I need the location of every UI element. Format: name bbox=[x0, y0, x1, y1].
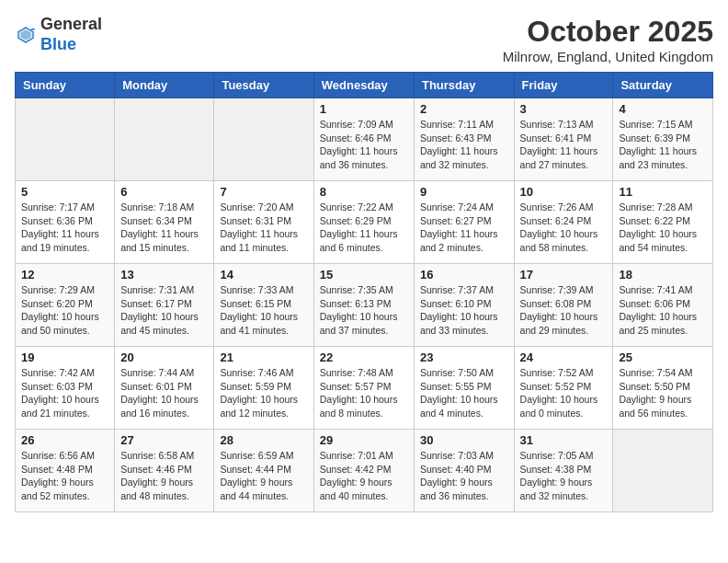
day-number: 3 bbox=[520, 102, 608, 116]
calendar-cell: 21Sunrise: 7:46 AM Sunset: 5:59 PM Dayli… bbox=[214, 347, 313, 430]
calendar-day-header: Wednesday bbox=[313, 73, 414, 98]
day-info: Sunrise: 7:03 AM Sunset: 4:40 PM Dayligh… bbox=[420, 449, 508, 503]
day-info: Sunrise: 7:28 AM Sunset: 6:22 PM Dayligh… bbox=[619, 201, 707, 255]
day-number: 8 bbox=[320, 185, 408, 199]
calendar-week-row: 1Sunrise: 7:09 AM Sunset: 6:46 PM Daylig… bbox=[16, 98, 713, 181]
calendar-cell: 2Sunrise: 7:11 AM Sunset: 6:43 PM Daylig… bbox=[414, 98, 514, 181]
day-info: Sunrise: 7:26 AM Sunset: 6:24 PM Dayligh… bbox=[520, 201, 608, 255]
day-info: Sunrise: 7:20 AM Sunset: 6:31 PM Dayligh… bbox=[220, 201, 307, 255]
month-title: October 2025 bbox=[503, 15, 713, 49]
day-info: Sunrise: 7:42 AM Sunset: 6:03 PM Dayligh… bbox=[21, 366, 108, 420]
day-info: Sunrise: 7:31 AM Sunset: 6:17 PM Dayligh… bbox=[120, 283, 208, 338]
day-info: Sunrise: 7:22 AM Sunset: 6:29 PM Dayligh… bbox=[320, 201, 408, 255]
calendar-cell: 11Sunrise: 7:28 AM Sunset: 6:22 PM Dayli… bbox=[613, 181, 713, 264]
day-number: 21 bbox=[220, 350, 307, 364]
day-number: 7 bbox=[220, 185, 307, 199]
calendar-day-header: Thursday bbox=[414, 73, 514, 98]
day-info: Sunrise: 7:46 AM Sunset: 5:59 PM Dayligh… bbox=[220, 366, 307, 420]
calendar-cell bbox=[115, 98, 214, 181]
day-info: Sunrise: 6:56 AM Sunset: 4:48 PM Dayligh… bbox=[21, 449, 108, 503]
day-number: 24 bbox=[520, 350, 608, 364]
calendar-week-row: 26Sunrise: 6:56 AM Sunset: 4:48 PM Dayli… bbox=[16, 430, 713, 512]
day-info: Sunrise: 7:11 AM Sunset: 6:43 PM Dayligh… bbox=[420, 118, 508, 172]
day-info: Sunrise: 7:35 AM Sunset: 6:13 PM Dayligh… bbox=[320, 283, 408, 338]
day-number: 23 bbox=[420, 350, 508, 364]
day-number: 18 bbox=[619, 268, 707, 282]
calendar-cell: 27Sunrise: 6:58 AM Sunset: 4:46 PM Dayli… bbox=[115, 430, 214, 512]
calendar-cell bbox=[613, 430, 713, 512]
calendar-cell: 13Sunrise: 7:31 AM Sunset: 6:17 PM Dayli… bbox=[115, 264, 214, 347]
logo-blue-text: Blue bbox=[40, 35, 76, 53]
day-number: 27 bbox=[120, 433, 208, 447]
day-number: 26 bbox=[21, 433, 108, 447]
day-number: 22 bbox=[320, 350, 408, 364]
day-info: Sunrise: 6:58 AM Sunset: 4:46 PM Dayligh… bbox=[120, 449, 208, 503]
page-header: General Blue October 2025 Milnrow, Engla… bbox=[15, 15, 713, 64]
logo-icon bbox=[15, 24, 37, 46]
day-number: 16 bbox=[420, 268, 508, 282]
day-info: Sunrise: 7:15 AM Sunset: 6:39 PM Dayligh… bbox=[619, 118, 707, 172]
calendar-cell: 23Sunrise: 7:50 AM Sunset: 5:55 PM Dayli… bbox=[414, 347, 514, 430]
calendar-day-header: Sunday bbox=[16, 73, 115, 98]
calendar-day-header: Saturday bbox=[613, 73, 713, 98]
day-info: Sunrise: 7:33 AM Sunset: 6:15 PM Dayligh… bbox=[220, 283, 307, 338]
day-number: 2 bbox=[420, 102, 508, 116]
calendar-cell: 22Sunrise: 7:48 AM Sunset: 5:57 PM Dayli… bbox=[313, 347, 414, 430]
calendar-cell: 8Sunrise: 7:22 AM Sunset: 6:29 PM Daylig… bbox=[313, 181, 414, 264]
calendar-cell: 28Sunrise: 6:59 AM Sunset: 4:44 PM Dayli… bbox=[214, 430, 313, 512]
day-number: 19 bbox=[21, 350, 108, 364]
day-info: Sunrise: 7:54 AM Sunset: 5:50 PM Dayligh… bbox=[619, 366, 707, 420]
calendar-cell: 9Sunrise: 7:24 AM Sunset: 6:27 PM Daylig… bbox=[414, 181, 514, 264]
calendar-cell: 3Sunrise: 7:13 AM Sunset: 6:41 PM Daylig… bbox=[514, 98, 613, 181]
calendar-cell: 19Sunrise: 7:42 AM Sunset: 6:03 PM Dayli… bbox=[16, 347, 115, 430]
calendar-cell: 30Sunrise: 7:03 AM Sunset: 4:40 PM Dayli… bbox=[414, 430, 514, 512]
day-info: Sunrise: 7:39 AM Sunset: 6:08 PM Dayligh… bbox=[520, 283, 608, 338]
day-number: 14 bbox=[220, 268, 307, 282]
day-number: 28 bbox=[220, 433, 307, 447]
day-info: Sunrise: 7:52 AM Sunset: 5:52 PM Dayligh… bbox=[520, 366, 608, 420]
calendar-day-header: Monday bbox=[115, 73, 214, 98]
day-number: 20 bbox=[120, 350, 208, 364]
calendar-cell: 24Sunrise: 7:52 AM Sunset: 5:52 PM Dayli… bbox=[514, 347, 613, 430]
calendar-cell bbox=[214, 98, 313, 181]
calendar-cell: 4Sunrise: 7:15 AM Sunset: 6:39 PM Daylig… bbox=[613, 98, 713, 181]
calendar-day-header: Friday bbox=[514, 73, 613, 98]
day-number: 25 bbox=[619, 350, 707, 364]
calendar-cell: 12Sunrise: 7:29 AM Sunset: 6:20 PM Dayli… bbox=[16, 264, 115, 347]
day-info: Sunrise: 7:24 AM Sunset: 6:27 PM Dayligh… bbox=[420, 201, 508, 255]
day-info: Sunrise: 7:09 AM Sunset: 6:46 PM Dayligh… bbox=[320, 118, 408, 172]
day-number: 13 bbox=[120, 268, 208, 282]
day-info: Sunrise: 7:17 AM Sunset: 6:36 PM Dayligh… bbox=[21, 201, 108, 255]
day-info: Sunrise: 7:50 AM Sunset: 5:55 PM Dayligh… bbox=[420, 366, 508, 420]
calendar-cell: 26Sunrise: 6:56 AM Sunset: 4:48 PM Dayli… bbox=[16, 430, 115, 512]
day-number: 17 bbox=[520, 268, 608, 282]
day-info: Sunrise: 7:48 AM Sunset: 5:57 PM Dayligh… bbox=[320, 366, 408, 420]
calendar-cell: 1Sunrise: 7:09 AM Sunset: 6:46 PM Daylig… bbox=[313, 98, 414, 181]
day-info: Sunrise: 7:18 AM Sunset: 6:34 PM Dayligh… bbox=[120, 201, 208, 255]
day-info: Sunrise: 7:29 AM Sunset: 6:20 PM Dayligh… bbox=[21, 283, 108, 338]
title-block: October 2025 Milnrow, England, United Ki… bbox=[503, 15, 713, 64]
calendar-week-row: 19Sunrise: 7:42 AM Sunset: 6:03 PM Dayli… bbox=[16, 347, 713, 430]
day-info: Sunrise: 7:37 AM Sunset: 6:10 PM Dayligh… bbox=[420, 283, 508, 338]
calendar-cell: 29Sunrise: 7:01 AM Sunset: 4:42 PM Dayli… bbox=[313, 430, 414, 512]
day-info: Sunrise: 7:41 AM Sunset: 6:06 PM Dayligh… bbox=[619, 283, 707, 338]
calendar-header-row: SundayMondayTuesdayWednesdayThursdayFrid… bbox=[16, 73, 713, 98]
day-number: 11 bbox=[619, 185, 707, 199]
calendar-cell: 16Sunrise: 7:37 AM Sunset: 6:10 PM Dayli… bbox=[414, 264, 514, 347]
location: Milnrow, England, United Kingdom bbox=[503, 49, 713, 64]
day-info: Sunrise: 6:59 AM Sunset: 4:44 PM Dayligh… bbox=[220, 449, 307, 503]
day-number: 12 bbox=[21, 268, 108, 282]
logo-general-text: General bbox=[40, 15, 102, 33]
calendar-cell: 20Sunrise: 7:44 AM Sunset: 6:01 PM Dayli… bbox=[115, 347, 214, 430]
day-info: Sunrise: 7:13 AM Sunset: 6:41 PM Dayligh… bbox=[520, 118, 608, 172]
day-number: 4 bbox=[619, 102, 707, 116]
calendar-cell: 18Sunrise: 7:41 AM Sunset: 6:06 PM Dayli… bbox=[613, 264, 713, 347]
day-info: Sunrise: 7:05 AM Sunset: 4:38 PM Dayligh… bbox=[520, 449, 608, 503]
day-number: 10 bbox=[520, 185, 608, 199]
calendar-cell: 5Sunrise: 7:17 AM Sunset: 6:36 PM Daylig… bbox=[16, 181, 115, 264]
calendar-cell: 7Sunrise: 7:20 AM Sunset: 6:31 PM Daylig… bbox=[214, 181, 313, 264]
calendar-cell: 6Sunrise: 7:18 AM Sunset: 6:34 PM Daylig… bbox=[115, 181, 214, 264]
day-number: 6 bbox=[120, 185, 208, 199]
day-number: 29 bbox=[320, 433, 408, 447]
calendar-cell: 17Sunrise: 7:39 AM Sunset: 6:08 PM Dayli… bbox=[514, 264, 613, 347]
